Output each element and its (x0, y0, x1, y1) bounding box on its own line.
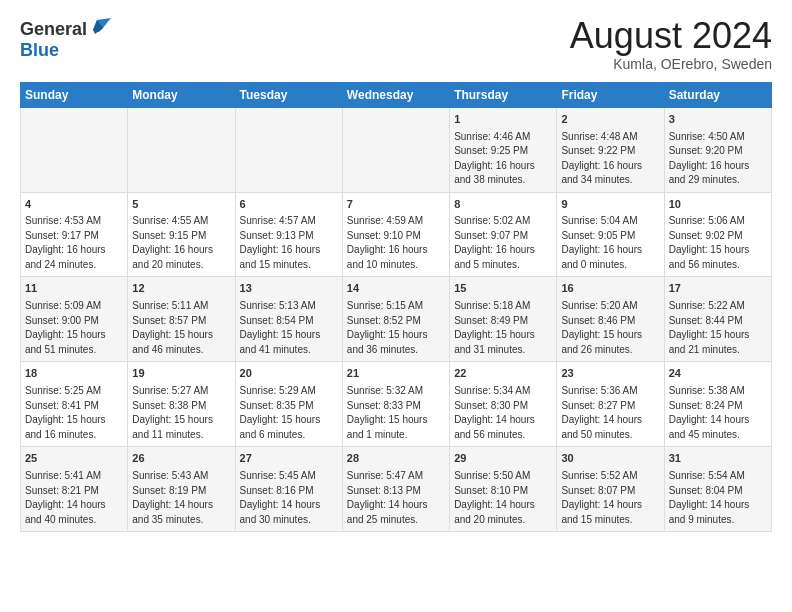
day-info: Sunrise: 4:46 AM Sunset: 9:25 PM Dayligh… (454, 131, 535, 186)
day-number: 11 (25, 281, 123, 297)
day-info: Sunrise: 5:22 AM Sunset: 8:44 PM Dayligh… (669, 300, 750, 355)
day-info: Sunrise: 4:48 AM Sunset: 9:22 PM Dayligh… (561, 131, 642, 186)
day-info: Sunrise: 5:09 AM Sunset: 9:00 PM Dayligh… (25, 300, 106, 355)
day-number: 9 (561, 197, 659, 213)
day-info: Sunrise: 5:02 AM Sunset: 9:07 PM Dayligh… (454, 215, 535, 270)
header-thursday: Thursday (450, 82, 557, 107)
calendar-cell: 11Sunrise: 5:09 AM Sunset: 9:00 PM Dayli… (21, 277, 128, 362)
calendar-cell: 19Sunrise: 5:27 AM Sunset: 8:38 PM Dayli… (128, 362, 235, 447)
day-number: 3 (669, 112, 767, 128)
day-number: 15 (454, 281, 552, 297)
calendar-cell: 10Sunrise: 5:06 AM Sunset: 9:02 PM Dayli… (664, 192, 771, 277)
day-info: Sunrise: 5:20 AM Sunset: 8:46 PM Dayligh… (561, 300, 642, 355)
calendar-week-3: 18Sunrise: 5:25 AM Sunset: 8:41 PM Dayli… (21, 362, 772, 447)
calendar-cell: 13Sunrise: 5:13 AM Sunset: 8:54 PM Dayli… (235, 277, 342, 362)
calendar-week-4: 25Sunrise: 5:41 AM Sunset: 8:21 PM Dayli… (21, 447, 772, 532)
location: Kumla, OErebro, Sweden (570, 56, 772, 72)
day-info: Sunrise: 5:04 AM Sunset: 9:05 PM Dayligh… (561, 215, 642, 270)
day-number: 8 (454, 197, 552, 213)
calendar-cell: 18Sunrise: 5:25 AM Sunset: 8:41 PM Dayli… (21, 362, 128, 447)
header-saturday: Saturday (664, 82, 771, 107)
day-info: Sunrise: 5:54 AM Sunset: 8:04 PM Dayligh… (669, 470, 750, 525)
day-info: Sunrise: 5:27 AM Sunset: 8:38 PM Dayligh… (132, 385, 213, 440)
page: General Blue August 2024 Kumla, OErebro,… (0, 0, 792, 542)
day-info: Sunrise: 5:52 AM Sunset: 8:07 PM Dayligh… (561, 470, 642, 525)
calendar-cell: 24Sunrise: 5:38 AM Sunset: 8:24 PM Dayli… (664, 362, 771, 447)
day-number: 23 (561, 366, 659, 382)
day-info: Sunrise: 5:45 AM Sunset: 8:16 PM Dayligh… (240, 470, 321, 525)
calendar-cell: 15Sunrise: 5:18 AM Sunset: 8:49 PM Dayli… (450, 277, 557, 362)
calendar-cell: 28Sunrise: 5:47 AM Sunset: 8:13 PM Dayli… (342, 447, 449, 532)
header-friday: Friday (557, 82, 664, 107)
day-info: Sunrise: 5:06 AM Sunset: 9:02 PM Dayligh… (669, 215, 750, 270)
day-number: 1 (454, 112, 552, 128)
calendar-cell: 22Sunrise: 5:34 AM Sunset: 8:30 PM Dayli… (450, 362, 557, 447)
month-title: August 2024 (570, 16, 772, 56)
day-number: 17 (669, 281, 767, 297)
logo-blue-text: Blue (20, 40, 59, 61)
day-number: 4 (25, 197, 123, 213)
calendar-cell: 4Sunrise: 4:53 AM Sunset: 9:17 PM Daylig… (21, 192, 128, 277)
day-info: Sunrise: 5:43 AM Sunset: 8:19 PM Dayligh… (132, 470, 213, 525)
day-number: 18 (25, 366, 123, 382)
logo-bird-icon (89, 16, 111, 38)
calendar-cell: 12Sunrise: 5:11 AM Sunset: 8:57 PM Dayli… (128, 277, 235, 362)
calendar-cell: 25Sunrise: 5:41 AM Sunset: 8:21 PM Dayli… (21, 447, 128, 532)
calendar-cell: 9Sunrise: 5:04 AM Sunset: 9:05 PM Daylig… (557, 192, 664, 277)
calendar-cell: 5Sunrise: 4:55 AM Sunset: 9:15 PM Daylig… (128, 192, 235, 277)
day-number: 20 (240, 366, 338, 382)
header: General Blue August 2024 Kumla, OErebro,… (20, 16, 772, 72)
day-info: Sunrise: 5:13 AM Sunset: 8:54 PM Dayligh… (240, 300, 321, 355)
day-number: 30 (561, 451, 659, 467)
title-block: August 2024 Kumla, OErebro, Sweden (570, 16, 772, 72)
day-info: Sunrise: 5:38 AM Sunset: 8:24 PM Dayligh… (669, 385, 750, 440)
day-number: 6 (240, 197, 338, 213)
day-number: 26 (132, 451, 230, 467)
header-tuesday: Tuesday (235, 82, 342, 107)
calendar-cell: 8Sunrise: 5:02 AM Sunset: 9:07 PM Daylig… (450, 192, 557, 277)
calendar-cell: 20Sunrise: 5:29 AM Sunset: 8:35 PM Dayli… (235, 362, 342, 447)
calendar-cell: 6Sunrise: 4:57 AM Sunset: 9:13 PM Daylig… (235, 192, 342, 277)
day-number: 13 (240, 281, 338, 297)
calendar-cell: 17Sunrise: 5:22 AM Sunset: 8:44 PM Dayli… (664, 277, 771, 362)
day-info: Sunrise: 5:11 AM Sunset: 8:57 PM Dayligh… (132, 300, 213, 355)
day-number: 29 (454, 451, 552, 467)
day-info: Sunrise: 5:50 AM Sunset: 8:10 PM Dayligh… (454, 470, 535, 525)
calendar-cell: 27Sunrise: 5:45 AM Sunset: 8:16 PM Dayli… (235, 447, 342, 532)
day-number: 5 (132, 197, 230, 213)
header-wednesday: Wednesday (342, 82, 449, 107)
day-info: Sunrise: 5:29 AM Sunset: 8:35 PM Dayligh… (240, 385, 321, 440)
calendar-cell: 3Sunrise: 4:50 AM Sunset: 9:20 PM Daylig… (664, 107, 771, 192)
day-info: Sunrise: 5:18 AM Sunset: 8:49 PM Dayligh… (454, 300, 535, 355)
calendar-cell (21, 107, 128, 192)
header-monday: Monday (128, 82, 235, 107)
calendar-cell: 2Sunrise: 4:48 AM Sunset: 9:22 PM Daylig… (557, 107, 664, 192)
calendar-cell (128, 107, 235, 192)
calendar-cell: 16Sunrise: 5:20 AM Sunset: 8:46 PM Dayli… (557, 277, 664, 362)
day-number: 27 (240, 451, 338, 467)
calendar-cell: 21Sunrise: 5:32 AM Sunset: 8:33 PM Dayli… (342, 362, 449, 447)
day-number: 2 (561, 112, 659, 128)
day-info: Sunrise: 4:55 AM Sunset: 9:15 PM Dayligh… (132, 215, 213, 270)
logo-general-text: General (20, 19, 87, 40)
day-info: Sunrise: 5:41 AM Sunset: 8:21 PM Dayligh… (25, 470, 106, 525)
calendar-table: SundayMondayTuesdayWednesdayThursdayFrid… (20, 82, 772, 533)
header-sunday: Sunday (21, 82, 128, 107)
calendar-cell: 14Sunrise: 5:15 AM Sunset: 8:52 PM Dayli… (342, 277, 449, 362)
day-info: Sunrise: 4:53 AM Sunset: 9:17 PM Dayligh… (25, 215, 106, 270)
calendar-cell: 29Sunrise: 5:50 AM Sunset: 8:10 PM Dayli… (450, 447, 557, 532)
calendar-week-1: 4Sunrise: 4:53 AM Sunset: 9:17 PM Daylig… (21, 192, 772, 277)
day-number: 12 (132, 281, 230, 297)
day-info: Sunrise: 5:15 AM Sunset: 8:52 PM Dayligh… (347, 300, 428, 355)
day-number: 25 (25, 451, 123, 467)
day-number: 10 (669, 197, 767, 213)
day-number: 31 (669, 451, 767, 467)
day-info: Sunrise: 4:57 AM Sunset: 9:13 PM Dayligh… (240, 215, 321, 270)
calendar-week-2: 11Sunrise: 5:09 AM Sunset: 9:00 PM Dayli… (21, 277, 772, 362)
day-info: Sunrise: 4:59 AM Sunset: 9:10 PM Dayligh… (347, 215, 428, 270)
day-number: 21 (347, 366, 445, 382)
day-number: 16 (561, 281, 659, 297)
calendar-cell: 1Sunrise: 4:46 AM Sunset: 9:25 PM Daylig… (450, 107, 557, 192)
day-info: Sunrise: 5:36 AM Sunset: 8:27 PM Dayligh… (561, 385, 642, 440)
calendar-cell: 31Sunrise: 5:54 AM Sunset: 8:04 PM Dayli… (664, 447, 771, 532)
